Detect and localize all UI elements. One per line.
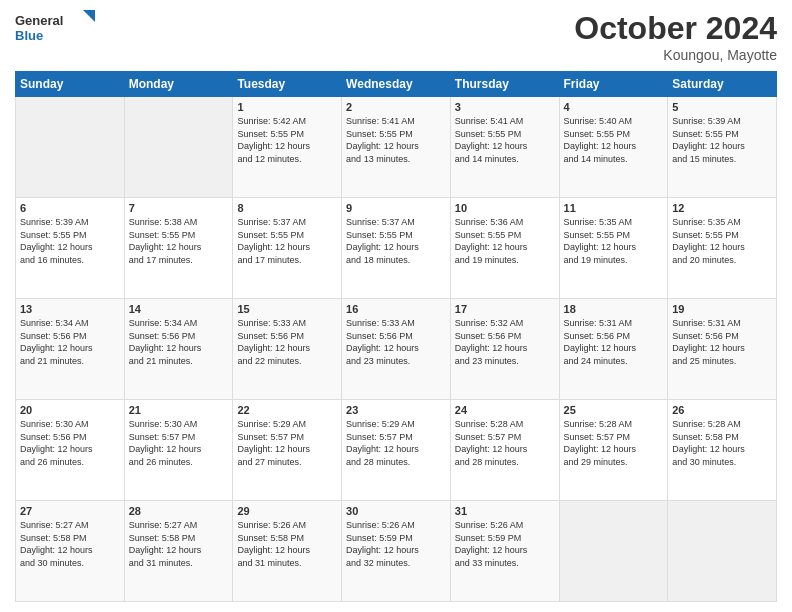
day-cell: 25Sunrise: 5:28 AM Sunset: 5:57 PM Dayli… [559,400,668,501]
day-info: Sunrise: 5:30 AM Sunset: 5:56 PM Dayligh… [20,418,120,468]
week-row-4: 20Sunrise: 5:30 AM Sunset: 5:56 PM Dayli… [16,400,777,501]
title-block: October 2024 Koungou, Mayotte [574,10,777,63]
day-info: Sunrise: 5:40 AM Sunset: 5:55 PM Dayligh… [564,115,664,165]
day-cell: 1Sunrise: 5:42 AM Sunset: 5:55 PM Daylig… [233,97,342,198]
header-row: Sunday Monday Tuesday Wednesday Thursday… [16,72,777,97]
day-number: 21 [129,404,229,416]
day-cell: 23Sunrise: 5:29 AM Sunset: 5:57 PM Dayli… [342,400,451,501]
day-info: Sunrise: 5:32 AM Sunset: 5:56 PM Dayligh… [455,317,555,367]
day-cell: 18Sunrise: 5:31 AM Sunset: 5:56 PM Dayli… [559,299,668,400]
day-cell: 9Sunrise: 5:37 AM Sunset: 5:55 PM Daylig… [342,198,451,299]
day-cell [16,97,125,198]
day-cell: 16Sunrise: 5:33 AM Sunset: 5:56 PM Dayli… [342,299,451,400]
day-info: Sunrise: 5:28 AM Sunset: 5:57 PM Dayligh… [564,418,664,468]
day-number: 25 [564,404,664,416]
day-info: Sunrise: 5:34 AM Sunset: 5:56 PM Dayligh… [20,317,120,367]
day-cell: 27Sunrise: 5:27 AM Sunset: 5:58 PM Dayli… [16,501,125,602]
day-number: 12 [672,202,772,214]
day-cell [124,97,233,198]
day-cell: 29Sunrise: 5:26 AM Sunset: 5:58 PM Dayli… [233,501,342,602]
day-cell: 20Sunrise: 5:30 AM Sunset: 5:56 PM Dayli… [16,400,125,501]
day-info: Sunrise: 5:37 AM Sunset: 5:55 PM Dayligh… [346,216,446,266]
week-row-3: 13Sunrise: 5:34 AM Sunset: 5:56 PM Dayli… [16,299,777,400]
svg-text:Blue: Blue [15,28,43,43]
day-info: Sunrise: 5:34 AM Sunset: 5:56 PM Dayligh… [129,317,229,367]
day-cell: 14Sunrise: 5:34 AM Sunset: 5:56 PM Dayli… [124,299,233,400]
day-info: Sunrise: 5:36 AM Sunset: 5:55 PM Dayligh… [455,216,555,266]
calendar-body: 1Sunrise: 5:42 AM Sunset: 5:55 PM Daylig… [16,97,777,602]
day-number: 28 [129,505,229,517]
col-sunday: Sunday [16,72,125,97]
day-number: 7 [129,202,229,214]
day-cell: 11Sunrise: 5:35 AM Sunset: 5:55 PM Dayli… [559,198,668,299]
svg-marker-2 [83,10,95,22]
day-number: 10 [455,202,555,214]
day-cell: 17Sunrise: 5:32 AM Sunset: 5:56 PM Dayli… [450,299,559,400]
day-cell: 12Sunrise: 5:35 AM Sunset: 5:55 PM Dayli… [668,198,777,299]
day-number: 5 [672,101,772,113]
day-cell: 10Sunrise: 5:36 AM Sunset: 5:55 PM Dayli… [450,198,559,299]
day-number: 23 [346,404,446,416]
day-info: Sunrise: 5:31 AM Sunset: 5:56 PM Dayligh… [672,317,772,367]
day-number: 17 [455,303,555,315]
day-info: Sunrise: 5:41 AM Sunset: 5:55 PM Dayligh… [346,115,446,165]
col-thursday: Thursday [450,72,559,97]
day-info: Sunrise: 5:41 AM Sunset: 5:55 PM Dayligh… [455,115,555,165]
day-info: Sunrise: 5:26 AM Sunset: 5:59 PM Dayligh… [455,519,555,569]
calendar-table: Sunday Monday Tuesday Wednesday Thursday… [15,71,777,602]
day-cell: 30Sunrise: 5:26 AM Sunset: 5:59 PM Dayli… [342,501,451,602]
day-cell: 28Sunrise: 5:27 AM Sunset: 5:58 PM Dayli… [124,501,233,602]
day-info: Sunrise: 5:31 AM Sunset: 5:56 PM Dayligh… [564,317,664,367]
day-info: Sunrise: 5:28 AM Sunset: 5:58 PM Dayligh… [672,418,772,468]
week-row-5: 27Sunrise: 5:27 AM Sunset: 5:58 PM Dayli… [16,501,777,602]
day-number: 16 [346,303,446,315]
col-friday: Friday [559,72,668,97]
day-info: Sunrise: 5:38 AM Sunset: 5:55 PM Dayligh… [129,216,229,266]
day-number: 29 [237,505,337,517]
calendar-header: Sunday Monday Tuesday Wednesday Thursday… [16,72,777,97]
day-cell: 15Sunrise: 5:33 AM Sunset: 5:56 PM Dayli… [233,299,342,400]
location: Koungou, Mayotte [574,47,777,63]
week-row-2: 6Sunrise: 5:39 AM Sunset: 5:55 PM Daylig… [16,198,777,299]
day-number: 6 [20,202,120,214]
day-cell: 2Sunrise: 5:41 AM Sunset: 5:55 PM Daylig… [342,97,451,198]
day-number: 9 [346,202,446,214]
day-number: 2 [346,101,446,113]
day-info: Sunrise: 5:37 AM Sunset: 5:55 PM Dayligh… [237,216,337,266]
day-number: 18 [564,303,664,315]
day-cell: 19Sunrise: 5:31 AM Sunset: 5:56 PM Dayli… [668,299,777,400]
day-cell [559,501,668,602]
day-cell: 21Sunrise: 5:30 AM Sunset: 5:57 PM Dayli… [124,400,233,501]
day-info: Sunrise: 5:42 AM Sunset: 5:55 PM Dayligh… [237,115,337,165]
week-row-1: 1Sunrise: 5:42 AM Sunset: 5:55 PM Daylig… [16,97,777,198]
day-number: 11 [564,202,664,214]
day-number: 30 [346,505,446,517]
header: General Blue October 2024 Koungou, Mayot… [15,10,777,63]
day-number: 22 [237,404,337,416]
svg-text:General: General [15,13,63,28]
day-number: 14 [129,303,229,315]
day-number: 31 [455,505,555,517]
day-number: 26 [672,404,772,416]
day-cell: 31Sunrise: 5:26 AM Sunset: 5:59 PM Dayli… [450,501,559,602]
day-info: Sunrise: 5:27 AM Sunset: 5:58 PM Dayligh… [20,519,120,569]
day-number: 27 [20,505,120,517]
day-info: Sunrise: 5:26 AM Sunset: 5:59 PM Dayligh… [346,519,446,569]
day-cell: 24Sunrise: 5:28 AM Sunset: 5:57 PM Dayli… [450,400,559,501]
day-cell: 5Sunrise: 5:39 AM Sunset: 5:55 PM Daylig… [668,97,777,198]
day-info: Sunrise: 5:35 AM Sunset: 5:55 PM Dayligh… [564,216,664,266]
logo-svg: General Blue [15,10,95,50]
day-number: 1 [237,101,337,113]
day-number: 15 [237,303,337,315]
month-title: October 2024 [574,10,777,47]
day-info: Sunrise: 5:39 AM Sunset: 5:55 PM Dayligh… [672,115,772,165]
day-info: Sunrise: 5:33 AM Sunset: 5:56 PM Dayligh… [346,317,446,367]
day-number: 24 [455,404,555,416]
logo: General Blue [15,10,95,50]
day-info: Sunrise: 5:28 AM Sunset: 5:57 PM Dayligh… [455,418,555,468]
day-cell: 4Sunrise: 5:40 AM Sunset: 5:55 PM Daylig… [559,97,668,198]
day-info: Sunrise: 5:27 AM Sunset: 5:58 PM Dayligh… [129,519,229,569]
day-info: Sunrise: 5:33 AM Sunset: 5:56 PM Dayligh… [237,317,337,367]
col-saturday: Saturday [668,72,777,97]
day-info: Sunrise: 5:39 AM Sunset: 5:55 PM Dayligh… [20,216,120,266]
